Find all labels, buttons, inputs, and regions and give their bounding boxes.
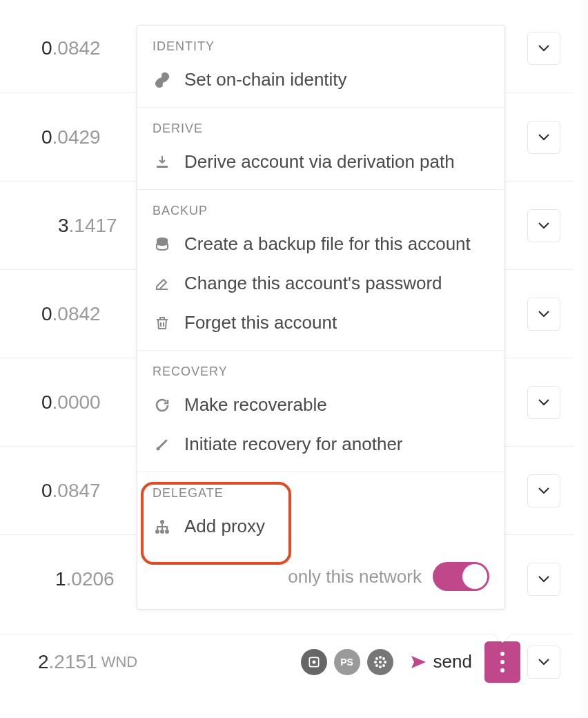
edge-shadow [576, 0, 588, 718]
balance-value: 0.0429 [0, 126, 101, 148]
svg-point-1 [312, 660, 315, 663]
chevron-down-icon [538, 134, 549, 141]
balance-value: 0.0847 [0, 480, 101, 502]
menu-section-header: BACKUP [137, 190, 504, 225]
trash-icon [153, 315, 172, 331]
account-actions-menu: IDENTITY Set on-chain identity DERIVE De… [137, 25, 505, 610]
total-balance: 2.2151 [38, 651, 97, 673]
sitemap-icon [153, 518, 172, 535]
app-badge-icon [367, 649, 393, 675]
svg-point-2 [379, 656, 382, 659]
svg-rect-11 [157, 166, 168, 168]
menu-item-initiate-recovery[interactable]: Initiate recovery for another [137, 425, 504, 465]
svg-point-16 [160, 530, 164, 534]
menu-item-label: Set on-chain identity [184, 69, 347, 90]
expand-button[interactable] [527, 32, 560, 65]
svg-point-6 [384, 661, 386, 663]
balance-unit: WND [101, 653, 138, 671]
balance-value: 0.0000 [0, 391, 101, 414]
menu-item-label: Change this account's password [184, 273, 442, 294]
balance-value: 1.0206 [0, 568, 115, 590]
menu-item-label: Make recoverable [184, 394, 327, 416]
menu-item-change-password[interactable]: Change this account's password [137, 264, 504, 304]
balance-value: 0.0842 [0, 303, 101, 325]
expand-button[interactable] [527, 209, 560, 242]
chevron-down-icon [538, 399, 549, 406]
menu-item-label: Create a backup file for this account [184, 233, 471, 255]
svg-point-5 [374, 661, 377, 663]
refresh-icon [153, 397, 172, 414]
wand-icon [153, 436, 172, 453]
svg-point-10 [382, 664, 385, 667]
svg-point-8 [382, 657, 385, 660]
expand-button[interactable] [527, 386, 560, 419]
menu-item-make-recoverable[interactable]: Make recoverable [137, 386, 504, 425]
menu-footer: only this network [137, 547, 504, 609]
chevron-down-icon [538, 659, 549, 666]
menu-item-label: Add proxy [184, 516, 265, 537]
menu-section-header: RECOVERY [137, 351, 504, 386]
menu-item-label: Forget this account [184, 312, 337, 333]
send-button[interactable]: send [410, 651, 472, 672]
svg-point-14 [160, 520, 164, 524]
menu-item-label: Derive account via derivation path [184, 151, 455, 173]
extension-badge-icon [301, 649, 327, 675]
chevron-down-icon [538, 311, 549, 318]
svg-point-4 [379, 666, 382, 668]
expand-button[interactable] [527, 298, 560, 331]
balance-value: 0.0842 [0, 37, 101, 59]
toggle-knob [462, 564, 487, 589]
send-icon [410, 654, 427, 670]
menu-section-header: DERIVE [137, 108, 504, 143]
dot-icon [500, 660, 504, 664]
network-filter-toggle[interactable] [433, 562, 489, 591]
menu-item-forget[interactable]: Forget this account [137, 304, 504, 343]
link-icon [153, 72, 172, 88]
balance-value: 3.1417 [0, 215, 117, 237]
expand-button[interactable] [527, 563, 560, 596]
menu-item-label: Initiate recovery for another [184, 434, 403, 455]
menu-section-header: IDENTITY [137, 26, 504, 61]
database-icon [153, 236, 172, 253]
ps-badge-icon: PS [334, 649, 360, 675]
expand-button[interactable] [527, 474, 560, 507]
svg-point-13 [157, 447, 160, 450]
chevron-down-icon [538, 45, 549, 52]
page: 0.0842 0.0429 3.1417 0.0842 0.0000 0.084… [0, 0, 588, 718]
menu-item-set-identity[interactable]: Set on-chain identity [137, 61, 504, 100]
download-icon [153, 154, 172, 171]
send-label: send [433, 651, 472, 672]
chevron-down-icon [538, 222, 549, 229]
svg-point-7 [375, 657, 378, 660]
totals-row: 2.2151 WND PS send [0, 634, 574, 689]
chevron-down-icon [538, 576, 549, 583]
more-menu-button[interactable] [484, 641, 520, 683]
chevron-down-icon [538, 487, 549, 494]
edit-icon [153, 275, 172, 292]
svg-point-3 [379, 661, 382, 663]
svg-point-9 [375, 664, 378, 667]
expand-button[interactable] [527, 121, 560, 154]
svg-point-15 [155, 530, 159, 534]
dot-icon [500, 652, 504, 656]
totals-actions: PS send [301, 641, 560, 683]
menu-item-derive[interactable]: Derive account via derivation path [137, 143, 504, 182]
menu-section-header: DELEGATE [137, 472, 504, 507]
network-filter-label: only this network [288, 566, 422, 588]
svg-point-17 [165, 530, 169, 534]
menu-item-add-proxy[interactable]: Add proxy [137, 507, 504, 547]
expand-button[interactable] [527, 646, 560, 679]
menu-item-backup[interactable]: Create a backup file for this account [137, 225, 504, 264]
dot-icon [500, 668, 504, 672]
